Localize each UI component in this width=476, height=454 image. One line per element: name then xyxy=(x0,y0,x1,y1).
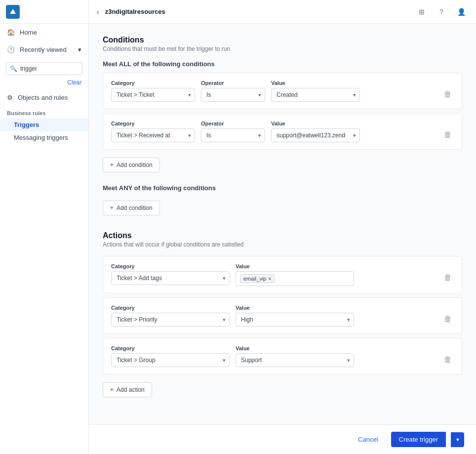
condition-2-value-label: Value xyxy=(271,121,360,126)
sidebar-item-recently-viewed[interactable]: 🕐 Recently viewed ▾ xyxy=(0,41,88,58)
condition-2-delete-button[interactable]: 🗑 xyxy=(442,128,454,141)
topbar-right: ⊞ ? 👤 xyxy=(415,5,468,19)
grid-icon[interactable]: ⊞ xyxy=(415,5,429,19)
plus-icon-2: + xyxy=(110,205,114,211)
meet-all-label: Meet ALL of the following conditions xyxy=(103,60,462,68)
condition-1-category-select[interactable]: Ticket > Ticket xyxy=(111,88,195,102)
add-action-button[interactable]: + Add action xyxy=(103,382,152,397)
action-row-3: Category Ticket > Group Value Support xyxy=(103,338,462,374)
action-1-delete-button[interactable]: 🗑 xyxy=(442,271,454,284)
objects-rules-label: Objects and rules xyxy=(18,94,68,101)
condition-1-operator-group: Operator Is xyxy=(201,80,265,102)
sidebar-item-objects-and-rules[interactable]: ⚙ Objects and rules xyxy=(0,89,88,106)
action-1-value-group: Value email_vip × xyxy=(236,263,354,286)
condition-2-operator-group: Operator Is xyxy=(201,121,265,142)
search-input[interactable] xyxy=(6,62,82,75)
action-1-category-group: Category Ticket > Add tags xyxy=(111,263,230,286)
condition-1-value-label: Value xyxy=(271,80,360,86)
action-2-value-label: Value xyxy=(236,305,354,311)
sidebar-header xyxy=(0,0,88,24)
sidebar: 🏠 Home 🕐 Recently viewed ▾ 🔍 Clear ⚙ Obj… xyxy=(0,0,89,454)
action-3-category-label: Category xyxy=(111,345,230,351)
chevron-down-icon: ▾ xyxy=(78,46,81,53)
condition-1-category-group: Category Ticket > Ticket xyxy=(111,80,195,102)
sidebar-item-home[interactable]: 🏠 Home xyxy=(0,24,88,41)
condition-1-operator-select[interactable]: Is xyxy=(201,88,265,102)
tag-remove-button[interactable]: × xyxy=(268,276,271,282)
condition-2-value-select[interactable]: support@eatwell123.zendes... xyxy=(271,128,360,142)
conditions-subtitle: Conditions that must be met for the trig… xyxy=(103,45,462,52)
tag-label: email_vip xyxy=(243,276,266,282)
action-1-value-label: Value xyxy=(236,263,354,269)
condition-2-operator-label: Operator xyxy=(201,121,265,126)
sidebar-item-messaging-triggers[interactable]: Messaging triggers xyxy=(0,131,88,144)
add-action-label: Add action xyxy=(117,386,145,393)
action-1-category-label: Category xyxy=(111,263,230,269)
action-2-value-select[interactable]: High xyxy=(236,313,354,327)
action-3-value-select[interactable]: Support xyxy=(236,353,354,367)
topbar: ‹ z3ndigitalresources ⊞ ? 👤 xyxy=(89,0,476,24)
condition-1-category-label: Category xyxy=(111,80,195,86)
action-row-2: Category Ticket > Priority Value High xyxy=(103,297,462,334)
add-condition-all-label: Add condition xyxy=(117,162,153,168)
clock-icon: 🕐 xyxy=(7,46,15,53)
action-3-value-group: Value Support xyxy=(236,345,354,367)
action-3-delete-button[interactable]: 🗑 xyxy=(442,353,454,366)
condition-2-category-label: Category xyxy=(111,121,195,126)
condition-2-category-select[interactable]: Ticket > Received at xyxy=(111,128,195,142)
condition-row-2: Category Ticket > Received at Operator I… xyxy=(103,113,462,150)
meet-any-label: Meet ANY of the following conditions xyxy=(103,184,462,192)
condition-1-delete-button[interactable]: 🗑 xyxy=(442,88,454,101)
home-icon: 🏠 xyxy=(7,29,15,36)
home-label: Home xyxy=(20,29,37,36)
recently-viewed-label: Recently viewed xyxy=(20,46,67,53)
conditions-section: Conditions Conditions that must be met f… xyxy=(103,36,462,215)
action-3-category-group: Category Ticket > Group xyxy=(111,345,230,367)
condition-1-operator-label: Operator xyxy=(201,80,265,86)
content-area: Conditions Conditions that must be met f… xyxy=(89,24,476,454)
org-name: z3ndigitalresources xyxy=(105,8,165,15)
user-avatar[interactable]: 👤 xyxy=(454,5,468,19)
plus-icon-1: + xyxy=(110,162,114,168)
zendesk-logo xyxy=(6,5,20,19)
tag-email-vip: email_vip × xyxy=(240,274,275,283)
condition-2-operator-select[interactable]: Is xyxy=(201,128,265,142)
action-2-category-label: Category xyxy=(111,305,230,311)
help-icon[interactable]: ? xyxy=(435,5,448,19)
main-content: ‹ z3ndigitalresources ⊞ ? 👤 Conditions C… xyxy=(89,0,476,454)
condition-row-1: Category Ticket > Ticket Operator Is xyxy=(103,73,462,109)
condition-1-value-group: Value Created xyxy=(271,80,360,102)
create-trigger-button[interactable]: Create trigger xyxy=(391,432,446,447)
actions-subtitle: Actions that will occur if global condit… xyxy=(103,241,462,248)
objects-rules-icon: ⚙ xyxy=(7,94,13,101)
add-condition-any-button[interactable]: + Add condition xyxy=(103,201,160,215)
condition-2-category-group: Category Ticket > Received at xyxy=(111,121,195,142)
action-2-delete-button[interactable]: 🗑 xyxy=(442,313,454,326)
actions-title: Actions xyxy=(103,231,462,240)
create-trigger-dropdown-button[interactable]: ▾ xyxy=(451,432,464,447)
sidebar-item-triggers[interactable]: Triggers xyxy=(0,118,88,131)
add-condition-any-label: Add condition xyxy=(117,205,153,211)
action-2-value-group: Value High xyxy=(236,305,354,327)
cancel-button[interactable]: Cancel xyxy=(350,432,386,447)
sidebar-search-container: 🔍 xyxy=(0,58,88,79)
conditions-title: Conditions xyxy=(103,36,462,44)
tag-input[interactable]: email_vip × xyxy=(236,271,354,286)
action-2-category-group: Category Ticket > Priority xyxy=(111,305,230,327)
condition-1-value-select[interactable]: Created xyxy=(271,88,360,102)
add-condition-all-button[interactable]: + Add condition xyxy=(103,158,160,172)
search-icon: 🔍 xyxy=(10,65,17,72)
action-3-category-select[interactable]: Ticket > Group xyxy=(111,353,230,367)
action-row-1: Category Ticket > Add tags Value email_v… xyxy=(103,256,462,293)
action-1-category-select[interactable]: Ticket > Add tags xyxy=(111,271,230,285)
back-button[interactable]: ‹ xyxy=(97,8,99,16)
plus-icon-3: + xyxy=(110,386,114,393)
bottom-bar: Cancel Create trigger ▾ xyxy=(89,424,476,454)
action-2-category-select[interactable]: Ticket > Priority xyxy=(111,313,230,327)
condition-2-value-group: Value support@eatwell123.zendes... xyxy=(271,121,360,142)
actions-section: Actions Actions that will occur if globa… xyxy=(103,231,462,397)
clear-search-button[interactable]: Clear xyxy=(0,79,88,89)
action-3-value-label: Value xyxy=(236,345,354,351)
business-rules-label: Business rules xyxy=(0,106,88,118)
